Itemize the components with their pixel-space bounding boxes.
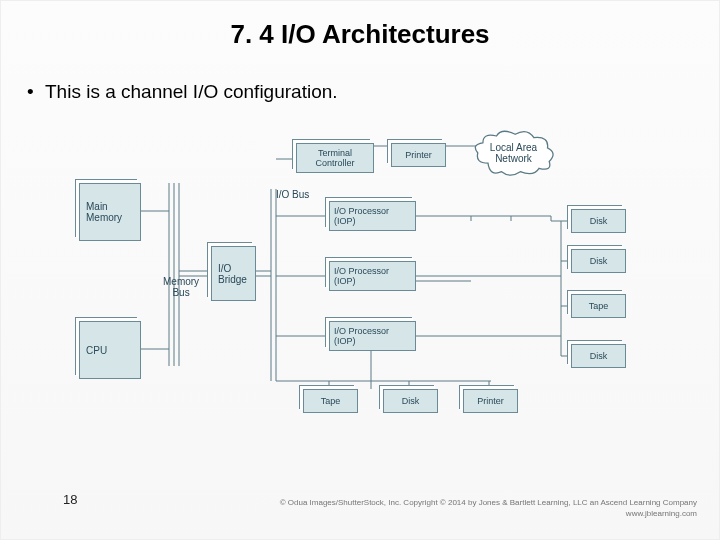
box-disk-r2: Disk <box>571 249 626 273</box>
box-iop-2: I/O Processor (IOP) <box>329 261 416 291</box>
label-io-bus: I/O Bus <box>276 189 309 200</box>
cloud-lan-label: Local Area Network <box>490 142 537 164</box>
copyright-line-1: © Odua Images/ShutterStock, Inc. Copyrig… <box>280 498 697 508</box>
cloud-lan: Local Area Network <box>471 129 556 177</box>
box-disk-r1: Disk <box>571 209 626 233</box>
box-io-bridge: I/O Bridge <box>211 246 256 301</box>
box-iop-1: I/O Processor (IOP) <box>329 201 416 231</box>
bullet-text: This is a channel I/O configuration. <box>45 81 338 103</box>
copyright-line-2: www.jblearning.com <box>280 509 697 519</box>
box-disk-r3: Disk <box>571 344 626 368</box>
copyright: © Odua Images/ShutterStock, Inc. Copyrig… <box>280 498 697 519</box>
box-printer-top: Printer <box>391 143 446 167</box>
io-architecture-diagram: Main Memory CPU Memory Bus I/O Bridge I/… <box>71 121 661 451</box>
slide-title: 7. 4 I/O Architectures <box>1 19 719 50</box>
box-terminal-controller: Terminal Controller <box>296 143 374 173</box>
box-cpu: CPU <box>79 321 141 379</box>
box-main-memory: Main Memory <box>79 183 141 241</box>
box-tape-b: Tape <box>303 389 358 413</box>
page-number: 18 <box>63 492 77 507</box>
slide: 7. 4 I/O Architectures This is a channel… <box>0 0 720 540</box>
box-disk-b: Disk <box>383 389 438 413</box>
box-printer-b: Printer <box>463 389 518 413</box>
box-iop-3: I/O Processor (IOP) <box>329 321 416 351</box>
label-memory-bus: Memory Bus <box>163 276 199 298</box>
box-tape-r: Tape <box>571 294 626 318</box>
